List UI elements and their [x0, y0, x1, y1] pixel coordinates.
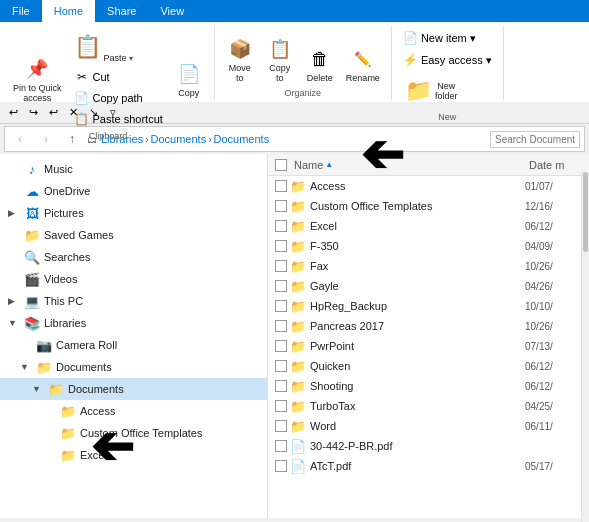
file-date: 01/07/: [525, 181, 585, 192]
list-item[interactable]: 📄 ATcT.pdf 05/17/: [268, 456, 589, 476]
new-item-icon: 📄: [403, 31, 418, 45]
sidebar-item-pictures[interactable]: ▶ 🖼 Pictures: [0, 202, 267, 224]
list-item[interactable]: 📁 Pancreas 2017 10/26/: [268, 316, 589, 336]
row-checkbox[interactable]: [275, 460, 287, 472]
sidebar-item-camera-roll[interactable]: 📷 Camera Roll: [0, 334, 267, 356]
path-documents1[interactable]: Documents: [151, 133, 207, 145]
tab-view[interactable]: View: [148, 0, 196, 22]
paste-button[interactable]: 📋 Paste ▾: [69, 28, 168, 66]
sidebar-item-this-pc[interactable]: ▶ 💻 This PC: [0, 290, 267, 312]
row-checkbox[interactable]: [275, 240, 287, 252]
row-checkbox[interactable]: [275, 340, 287, 352]
row-checkbox[interactable]: [275, 300, 287, 312]
sidebar-item-excel[interactable]: 📁 Excel: [0, 444, 267, 466]
list-item[interactable]: 📁 Shooting 06/12/: [268, 376, 589, 396]
column-date[interactable]: Date m: [525, 159, 585, 171]
qat-redo-button[interactable]: ↪: [24, 104, 42, 122]
move-to-button[interactable]: 📦 Move to: [221, 32, 259, 86]
file-name: PwrPoint: [310, 340, 525, 352]
file-name: Custom Office Templates: [310, 200, 525, 212]
row-checkbox[interactable]: [275, 220, 287, 232]
sidebar-item-onedrive[interactable]: ☁ OneDrive: [0, 180, 267, 202]
file-icon: 📁: [290, 318, 306, 334]
sort-icon: ▲: [325, 160, 333, 169]
row-checkbox[interactable]: [275, 400, 287, 412]
sidebar-item-documents-library[interactable]: ▼ 📁 Documents: [0, 356, 267, 378]
copy-to-icon: 📋: [266, 35, 294, 63]
easy-access-icon: ⚡: [403, 53, 418, 67]
sidebar-item-music[interactable]: ♪ Music: [0, 158, 267, 180]
file-icon: 📁: [290, 338, 306, 354]
list-item[interactable]: 📁 Fax 10/26/: [268, 256, 589, 276]
row-checkbox[interactable]: [275, 200, 287, 212]
row-checkbox[interactable]: [275, 380, 287, 392]
nav-back-button[interactable]: ‹: [9, 128, 31, 150]
file-icon: 📄: [290, 458, 306, 474]
sidebar-item-videos[interactable]: 🎬 Videos: [0, 268, 267, 290]
clipboard-group: 📌 Pin to Quick access 📋 Paste ▾ ✂: [2, 26, 215, 100]
row-checkbox[interactable]: [275, 260, 287, 272]
list-item[interactable]: 📁 HpReg_Backup 10/10/: [268, 296, 589, 316]
list-item[interactable]: 📁 Custom Office Templates 12/16/: [268, 196, 589, 216]
qat-undo-button[interactable]: ↩: [4, 104, 22, 122]
sidebar-item-documents-folder[interactable]: ▼ 📁 Documents: [0, 378, 267, 400]
scrollbar-thumb[interactable]: [583, 172, 588, 252]
new-item-button[interactable]: 📄 New item ▾: [398, 28, 481, 48]
row-checkbox[interactable]: [275, 280, 287, 292]
tab-share[interactable]: Share: [95, 0, 148, 22]
list-item[interactable]: 📁 Access 01/07/: [268, 176, 589, 196]
row-checkbox[interactable]: [275, 420, 287, 432]
file-date: 07/13/: [525, 341, 585, 352]
file-icon: 📁: [290, 418, 306, 434]
column-name[interactable]: Name ▲: [290, 159, 525, 171]
row-checkbox[interactable]: [275, 180, 287, 192]
path-libraries[interactable]: Libraries: [101, 133, 143, 145]
qat-delete-button[interactable]: ✕: [64, 104, 82, 122]
list-item[interactable]: 📄 30-442-P-BR.pdf: [268, 436, 589, 456]
select-all-checkbox[interactable]: [275, 159, 287, 171]
list-item[interactable]: 📁 PwrPoint 07/13/: [268, 336, 589, 356]
path-documents2[interactable]: Documents: [214, 133, 270, 145]
copy-to-button[interactable]: 📋 Copy to: [261, 32, 299, 86]
main-area: ♪ Music ☁ OneDrive ▶ 🖼 Pictures 📁 Saved …: [0, 154, 589, 518]
file-icon: 📁: [290, 178, 306, 194]
copy-path-icon: 📄: [74, 91, 90, 105]
cut-button[interactable]: ✂ Cut: [69, 67, 168, 87]
copy-button[interactable]: 📄 Copy: [170, 57, 208, 101]
nav-up-button[interactable]: ↑: [61, 128, 83, 150]
qat-properties-button[interactable]: ↘: [84, 104, 102, 122]
qat-customize-button[interactable]: ▿: [104, 104, 122, 122]
pin-to-quick-access-button[interactable]: 📌 Pin to Quick access: [8, 52, 67, 106]
organize-group: 📦 Move to 📋 Copy to 🗑 Delete ✏️ Rename O…: [215, 26, 392, 100]
list-item[interactable]: 📁 TurboTax 04/25/: [268, 396, 589, 416]
list-item[interactable]: 📁 Gayle 04/26/: [268, 276, 589, 296]
nav-forward-button[interactable]: ›: [35, 128, 57, 150]
tab-file[interactable]: File: [0, 0, 42, 22]
list-item[interactable]: 📁 F-350 04/09/: [268, 236, 589, 256]
rename-button[interactable]: ✏️ Rename: [341, 42, 385, 86]
row-checkbox[interactable]: [275, 360, 287, 372]
sidebar-item-searches[interactable]: 🔍 Searches: [0, 246, 267, 268]
delete-button[interactable]: 🗑 Delete: [301, 42, 339, 86]
path-icon: 🗂: [87, 134, 97, 145]
sidebar-item-access[interactable]: 📁 Access: [0, 400, 267, 422]
file-icon: 📁: [290, 298, 306, 314]
easy-access-button[interactable]: ⚡ Easy access ▾: [398, 50, 497, 70]
excel-icon: 📁: [60, 447, 76, 463]
file-date: 04/26/: [525, 281, 585, 292]
file-icon: 📁: [290, 278, 306, 294]
sidebar-item-libraries[interactable]: ▼ 📚 Libraries: [0, 312, 267, 334]
row-checkbox[interactable]: [275, 440, 287, 452]
sidebar-item-saved-games[interactable]: 📁 Saved Games: [0, 224, 267, 246]
scrollbar-track[interactable]: [581, 172, 589, 518]
file-icon: 📁: [290, 218, 306, 234]
row-checkbox[interactable]: [275, 320, 287, 332]
qat-back2-button[interactable]: ↩: [44, 104, 62, 122]
search-input[interactable]: [490, 131, 580, 148]
tab-home[interactable]: Home: [42, 0, 95, 22]
list-item[interactable]: 📁 Word 06/11/: [268, 416, 589, 436]
list-item[interactable]: 📁 Quicken 06/12/: [268, 356, 589, 376]
sidebar-item-custom-office[interactable]: 📁 Custom Office Templates: [0, 422, 267, 444]
new-folder-button[interactable]: 📁 New folder: [398, 72, 463, 110]
list-item[interactable]: 📁 Excel 06/12/: [268, 216, 589, 236]
